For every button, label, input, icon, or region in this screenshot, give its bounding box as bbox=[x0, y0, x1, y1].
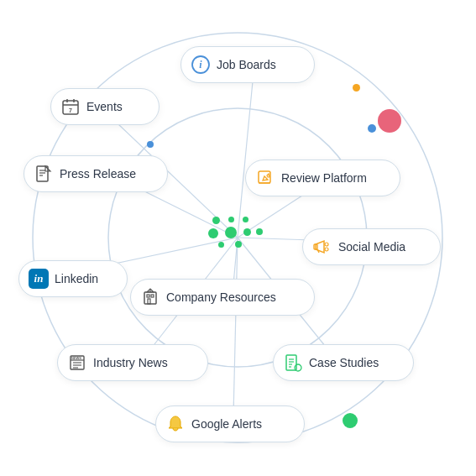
company-resources-label: Company Resources bbox=[166, 290, 276, 304]
press-release-label: Press Release bbox=[60, 167, 136, 180]
megaphone-icon bbox=[311, 236, 333, 258]
review-platform-node[interactable]: Review Platform bbox=[245, 160, 400, 196]
deco-dot-blue-2 bbox=[368, 124, 376, 133]
job-boards-label: Job Boards bbox=[217, 58, 276, 71]
linkedin-icon: in bbox=[28, 268, 50, 290]
center-dot-8 bbox=[218, 242, 224, 248]
google-alerts-node[interactable]: Google Alerts bbox=[155, 405, 305, 442]
deco-dot-blue-1 bbox=[147, 141, 154, 148]
svg-point-28 bbox=[325, 248, 328, 251]
edit-icon bbox=[254, 167, 276, 189]
file-text-icon bbox=[282, 352, 304, 374]
svg-point-45 bbox=[295, 364, 301, 371]
info-icon: i bbox=[190, 54, 212, 76]
social-media-node[interactable]: Social Media bbox=[302, 228, 441, 265]
document-icon bbox=[33, 163, 55, 185]
svg-text:7: 7 bbox=[69, 107, 72, 113]
center-dot-2 bbox=[228, 217, 234, 222]
svg-rect-32 bbox=[151, 295, 154, 297]
deco-dot-green-large bbox=[343, 413, 358, 428]
svg-rect-31 bbox=[147, 295, 149, 297]
svg-line-26 bbox=[317, 249, 319, 253]
events-node[interactable]: 7 Events bbox=[50, 88, 160, 125]
svg-rect-19 bbox=[37, 166, 48, 181]
company-resources-node[interactable]: Company Resources bbox=[130, 279, 315, 316]
deco-dot-orange bbox=[353, 84, 360, 92]
svg-text:i: i bbox=[199, 59, 202, 71]
social-media-label: Social Media bbox=[338, 240, 405, 254]
center-dot-1 bbox=[212, 217, 220, 224]
center-dot-9 bbox=[235, 241, 242, 248]
events-label: Events bbox=[86, 100, 123, 113]
newspaper-icon: NEWS bbox=[66, 352, 88, 374]
bell-icon bbox=[165, 413, 186, 435]
svg-line-2 bbox=[238, 81, 253, 238]
industry-news-label: Industry News bbox=[93, 356, 168, 369]
center-dot-5 bbox=[225, 227, 237, 238]
center-dot-3 bbox=[243, 217, 248, 222]
building-icon bbox=[139, 286, 161, 308]
svg-point-27 bbox=[325, 243, 328, 246]
case-studies-node[interactable]: Case Studies bbox=[273, 344, 414, 381]
svg-rect-30 bbox=[148, 299, 150, 304]
industry-news-node[interactable]: NEWS Industry News bbox=[57, 344, 208, 381]
calendar-icon: 7 bbox=[60, 96, 81, 118]
job-boards-node[interactable]: i Job Boards bbox=[180, 46, 315, 83]
case-studies-label: Case Studies bbox=[309, 356, 379, 369]
center-dot-4 bbox=[208, 228, 218, 238]
center-dot-6 bbox=[243, 228, 251, 236]
svg-text:NEWS: NEWS bbox=[71, 356, 81, 360]
diagram-scene: i Job Boards 7 Events bbox=[0, 0, 476, 476]
google-alerts-label: Google Alerts bbox=[191, 417, 262, 431]
svg-line-11 bbox=[233, 238, 238, 416]
deco-dot-red bbox=[378, 109, 401, 133]
linkedin-node[interactable]: in Linkedin bbox=[18, 260, 128, 297]
linkedin-label: Linkedin bbox=[55, 272, 98, 285]
press-release-node[interactable]: Press Release bbox=[24, 155, 168, 192]
review-platform-label: Review Platform bbox=[281, 171, 367, 185]
center-dot-7 bbox=[256, 228, 263, 235]
